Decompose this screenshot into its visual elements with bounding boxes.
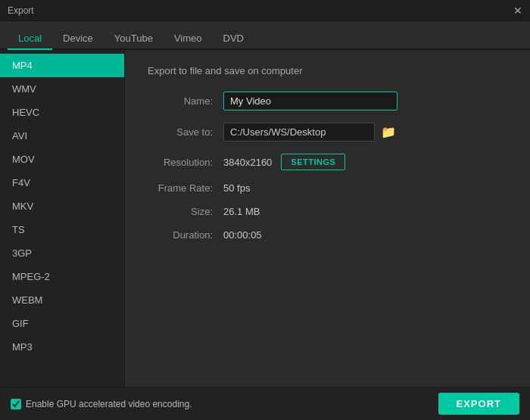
framerate-value: 50 fps bbox=[223, 182, 250, 194]
sidebar-item-mp3[interactable]: MP3 bbox=[0, 335, 124, 359]
sidebar-item-mp4[interactable]: MP4 bbox=[0, 54, 124, 77]
bottombar: Enable GPU accelerated video encoding. E… bbox=[0, 387, 530, 420]
gpu-checkbox[interactable] bbox=[11, 399, 21, 409]
name-row: Name: bbox=[148, 92, 507, 110]
gpu-text: Enable GPU accelerated video encoding. bbox=[26, 399, 192, 409]
tab-dvd[interactable]: DVD bbox=[213, 28, 254, 50]
close-button[interactable]: ✕ bbox=[513, 5, 522, 16]
sidebar-item-ts[interactable]: TS bbox=[0, 218, 124, 241]
sidebar-item-hevc[interactable]: HEVC bbox=[0, 101, 124, 124]
name-label: Name: bbox=[148, 95, 223, 107]
export-button[interactable]: EXPORT bbox=[438, 393, 519, 415]
tab-local[interactable]: Local bbox=[8, 28, 52, 50]
main-area: MP4 WMV HEVC AVI MOV F4V MKV TS 3GP MPEG… bbox=[0, 50, 530, 387]
resolution-controls: 3840x2160 SETTINGS bbox=[223, 154, 345, 170]
gpu-label[interactable]: Enable GPU accelerated video encoding. bbox=[11, 399, 192, 409]
export-content: Export to file and save on computer Name… bbox=[125, 50, 530, 387]
duration-row: Duration: 00:00:05 bbox=[148, 229, 507, 241]
sidebar-item-wmv[interactable]: WMV bbox=[0, 77, 124, 101]
saveto-row: Save to: 📁 bbox=[148, 123, 507, 142]
framerate-label: Frame Rate: bbox=[148, 182, 223, 194]
duration-value: 00:00:05 bbox=[223, 229, 262, 241]
saveto-label: Save to: bbox=[148, 126, 223, 138]
sidebar-item-gif[interactable]: GIF bbox=[0, 312, 124, 335]
saveto-controls: 📁 bbox=[223, 123, 396, 142]
settings-button[interactable]: SETTINGS bbox=[281, 154, 345, 170]
sidebar-item-mpeg2[interactable]: MPEG-2 bbox=[0, 265, 124, 288]
format-sidebar: MP4 WMV HEVC AVI MOV F4V MKV TS 3GP MPEG… bbox=[0, 50, 125, 387]
tab-vimeo[interactable]: Vimeo bbox=[164, 28, 213, 50]
titlebar: Export ✕ bbox=[0, 0, 530, 21]
section-title: Export to file and save on computer bbox=[148, 65, 507, 76]
folder-icon[interactable]: 📁 bbox=[381, 125, 396, 139]
resolution-label: Resolution: bbox=[148, 157, 223, 168]
sidebar-item-mkv[interactable]: MKV bbox=[0, 194, 124, 218]
sidebar-item-mov[interactable]: MOV bbox=[0, 148, 124, 171]
tab-device[interactable]: Device bbox=[52, 28, 104, 50]
sidebar-item-3gp[interactable]: 3GP bbox=[0, 241, 124, 265]
name-input[interactable] bbox=[223, 92, 398, 110]
tab-youtube[interactable]: YouTube bbox=[104, 28, 164, 50]
resolution-value: 3840x2160 bbox=[223, 157, 272, 168]
size-row: Size: 26.1 MB bbox=[148, 206, 507, 217]
duration-label: Duration: bbox=[148, 229, 223, 241]
saveto-input[interactable] bbox=[223, 123, 375, 142]
resolution-row: Resolution: 3840x2160 SETTINGS bbox=[148, 154, 507, 170]
framerate-row: Frame Rate: 50 fps bbox=[148, 182, 507, 194]
size-value: 26.1 MB bbox=[223, 206, 260, 217]
sidebar-item-avi[interactable]: AVI bbox=[0, 124, 124, 148]
sidebar-item-f4v[interactable]: F4V bbox=[0, 171, 124, 194]
sidebar-item-webm[interactable]: WEBM bbox=[0, 288, 124, 312]
tabbar: Local Device YouTube Vimeo DVD bbox=[0, 21, 530, 50]
size-label: Size: bbox=[148, 206, 223, 217]
titlebar-title: Export bbox=[8, 5, 34, 16]
